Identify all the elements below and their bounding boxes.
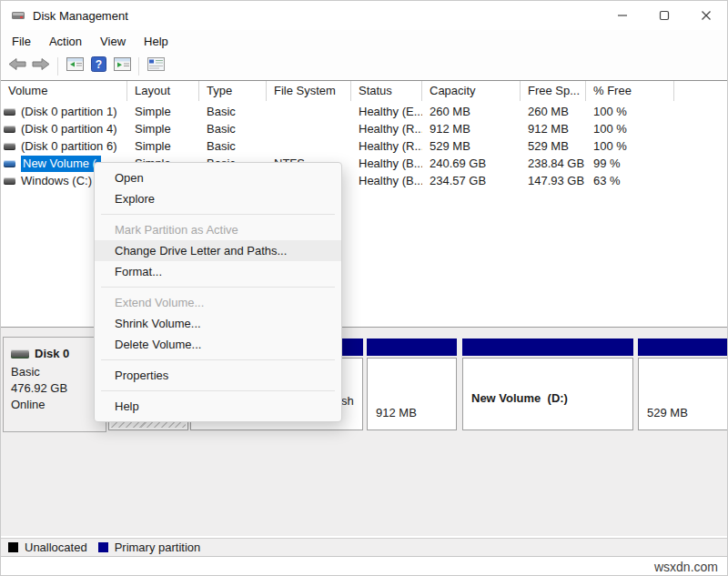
column-header-status[interactable]: Status (351, 81, 422, 101)
cell-type: Basic (199, 105, 267, 118)
partition-block-912mb[interactable]: 912 MB Healthy (Recove (367, 339, 457, 430)
partition-bar (638, 339, 728, 356)
partition-block-new-volume[interactable]: New Volume (D:) 240.69 GB NTFS Healthy (… (462, 339, 633, 430)
svg-text:?: ? (95, 58, 101, 71)
window-title: Disk Management (33, 9, 128, 23)
disk-name: Disk 0 (35, 346, 69, 362)
hdd-icon (4, 126, 15, 133)
menu-item-mark-partition-active: Mark Partition as Active (95, 219, 341, 240)
volume-row-partition-6[interactable]: (Disk 0 partition 6) Simple Basic Health… (1, 137, 727, 155)
menu-item-shrink-volume[interactable]: Shrink Volume... (95, 313, 341, 334)
column-header-file-system[interactable]: File System (267, 81, 351, 101)
cell-status: Healthy (B... (351, 174, 422, 187)
volume-name: (Disk 0 partition 4) (21, 122, 116, 136)
menu-file[interactable]: File (3, 32, 40, 51)
legend-unallocated-label: Unallocated (25, 541, 87, 554)
cell-pct-free: 63 % (586, 174, 674, 187)
primary-partition-color-swatch (98, 542, 108, 552)
column-header-capacity[interactable]: Capacity (422, 81, 521, 101)
menu-view[interactable]: View (91, 32, 135, 51)
cell-free-space: 147.93 GB (521, 174, 586, 187)
column-header-pct-free[interactable]: % Free (586, 81, 674, 101)
properties-view-icon (147, 57, 165, 75)
menu-item-explore[interactable]: Explore (95, 188, 341, 209)
menu-item-delete-volume[interactable]: Delete Volume... (95, 334, 341, 355)
menu-item-open[interactable]: Open (95, 167, 341, 188)
console-tree-button[interactable] (63, 56, 86, 77)
cell-capacity: 260 MB (422, 105, 521, 118)
properties-view-button[interactable] (144, 56, 167, 77)
cell-status: Healthy (B... (351, 157, 422, 170)
menu-item-change-drive-letter[interactable]: Change Drive Letter and Paths... (95, 240, 341, 261)
partition-body: 529 MB Healthy (Recov (638, 358, 728, 430)
partition-bar (462, 339, 633, 356)
column-header-volume[interactable]: Volume (1, 81, 127, 101)
menu-separator (101, 214, 335, 215)
cell-status: Healthy (R... (351, 122, 422, 136)
volume-name-selected: New Volume ( (21, 156, 101, 172)
cell-capacity: 234.57 GB (422, 174, 521, 187)
column-header-free-space[interactable]: Free Sp... (521, 81, 586, 101)
cell-capacity: 240.69 GB (422, 157, 521, 170)
menu-item-help[interactable]: Help (95, 396, 341, 417)
disk-size: 476.92 GB (11, 380, 106, 397)
cell-pct-free: 100 % (586, 105, 674, 118)
minimize-button[interactable] (602, 1, 643, 30)
cell-capacity: 912 MB (422, 122, 521, 136)
partition-body: New Volume (D:) 240.69 GB NTFS Healthy (… (462, 358, 633, 430)
cell-free-space: 529 MB (521, 139, 586, 153)
hdd-icon (4, 108, 15, 116)
partition-block-529mb[interactable]: 529 MB Healthy (Recov (638, 339, 728, 430)
help-icon: ? (91, 56, 106, 76)
menu-bar: File Action View Help (1, 30, 727, 52)
cell-pct-free: 99 % (586, 157, 674, 170)
disk0-panel[interactable]: Disk 0 Basic 476.92 GB Online (3, 337, 106, 432)
cell-status: Healthy (E... (351, 105, 422, 118)
volume-name: Windows (C:) (21, 174, 92, 187)
partition-bar (367, 339, 457, 356)
cell-pct-free: 100 % (586, 139, 674, 153)
cell-layout: Simple (127, 139, 199, 153)
volume-row-partition-4[interactable]: (Disk 0 partition 4) Simple Basic Health… (1, 120, 727, 137)
back-arrow-icon (8, 57, 26, 75)
cell-type: Basic (199, 139, 267, 153)
menu-separator (101, 287, 335, 288)
context-menu: Open Explore Mark Partition as Active Ch… (94, 162, 342, 422)
cell-layout: Simple (127, 105, 199, 118)
menu-item-extend-volume: Extend Volume... (95, 292, 341, 313)
title-bar: Disk Management (1, 1, 727, 30)
disk-management-app-icon (11, 9, 25, 22)
help-button[interactable]: ? (86, 56, 110, 77)
partition-size: 912 MB (376, 406, 456, 420)
disk-status: Online (11, 397, 106, 413)
menu-item-format[interactable]: Format... (95, 261, 341, 282)
footer: wsxdn.com (1, 557, 727, 576)
cell-free-space: 238.84 GB (521, 157, 586, 170)
disk-icon (11, 349, 29, 359)
back-button[interactable] (5, 56, 29, 77)
legend-bar: Unallocated Primary partition (1, 538, 727, 557)
unallocated-color-swatch (8, 542, 18, 552)
forward-button[interactable] (29, 56, 53, 77)
menu-help[interactable]: Help (135, 32, 177, 51)
cell-layout: Simple (127, 122, 199, 136)
action-pane-button[interactable] (110, 56, 134, 77)
window-controls (602, 1, 727, 30)
maximize-button[interactable] (643, 1, 685, 30)
hdd-icon (4, 177, 15, 185)
volume-list-header: Volume Layout Type File System Status Ca… (1, 81, 727, 101)
column-header-type[interactable]: Type (199, 81, 267, 101)
volume-name: (Disk 0 partition 6) (21, 139, 116, 153)
disk-management-window: Disk Management File Action View Help (0, 0, 728, 576)
menu-item-properties[interactable]: Properties (95, 365, 341, 386)
cell-free-space: 912 MB (521, 122, 586, 136)
console-tree-icon (66, 57, 84, 75)
cell-status: Healthy (R... (351, 139, 422, 153)
partition-text-fragment: sh (341, 394, 354, 408)
column-header-layout[interactable]: Layout (127, 81, 199, 101)
volume-row-partition-1[interactable]: (Disk 0 partition 1) Simple Basic Health… (1, 103, 727, 120)
close-button[interactable] (685, 1, 727, 30)
toolbar: ? (1, 52, 727, 81)
legend-primary-partition-label: Primary partition (115, 541, 201, 554)
menu-action[interactable]: Action (40, 32, 91, 51)
